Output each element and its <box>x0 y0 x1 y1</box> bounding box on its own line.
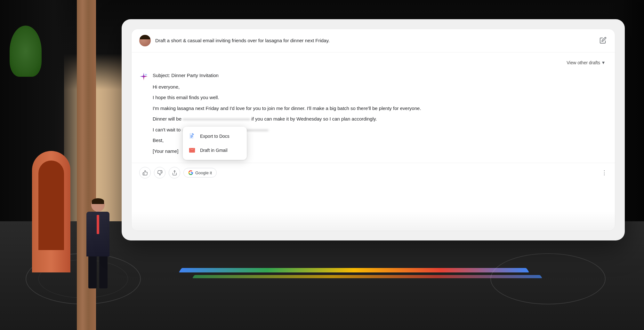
gemini-icon <box>139 72 148 81</box>
screen-shadow <box>132 211 615 231</box>
export-to-docs-label: Export to Docs <box>200 134 229 139</box>
left-leg <box>88 256 97 288</box>
person-hair <box>92 198 104 204</box>
export-to-docs-item[interactable]: Export to Docs <box>183 129 247 143</box>
presenter-person <box>86 198 109 288</box>
jacket-detail <box>97 215 99 234</box>
right-leg <box>99 256 108 288</box>
draft-in-gmail-label: Draft in Gmail <box>200 148 228 153</box>
thumbs-down-button[interactable] <box>154 167 165 178</box>
docs-icon <box>189 133 196 140</box>
edit-icon[interactable] <box>600 37 607 44</box>
left-tree <box>10 26 42 77</box>
more-options-button[interactable]: ⋮ <box>601 169 607 176</box>
hope-line: I hope this email finds you well. <box>153 93 607 102</box>
google-it-button[interactable]: Google it <box>183 168 217 177</box>
main-content: I'm making lasagna next Friday and I'd l… <box>153 104 607 113</box>
action-buttons-row: Google it ⋮ <box>132 163 615 184</box>
view-drafts-label: View other drafts <box>567 60 600 65</box>
person-legs <box>86 256 109 288</box>
left-arch-inner <box>38 161 64 250</box>
left-arch <box>32 151 70 272</box>
user-query-text: Draft a short & casual email inviting fr… <box>155 37 596 44</box>
greeting: Hi everyone, <box>153 83 607 91</box>
dinner-line: Dinner will be —————————————— if you can… <box>153 115 607 123</box>
person-body <box>86 212 109 256</box>
chevron-down-icon: ▾ <box>602 59 605 66</box>
google-it-label: Google it <box>195 170 212 175</box>
user-avatar <box>139 35 151 46</box>
user-query-row: Draft a short & casual email inviting fr… <box>132 29 615 52</box>
gmail-icon <box>189 147 196 154</box>
blurred-text-1: —————————————— <box>183 116 250 122</box>
email-subject: Subject: Dinner Party Invitation <box>153 71 607 80</box>
dropdown-menu: Export to Docs Draft in Gmail <box>183 127 247 160</box>
share-button[interactable] <box>169 167 180 178</box>
main-screen: Draft a short & casual email inviting fr… <box>122 19 625 240</box>
thumbs-up-button[interactable] <box>139 167 151 178</box>
chat-card: Draft a short & casual email inviting fr… <box>131 29 615 231</box>
person-head <box>91 198 105 212</box>
avatar-hair <box>140 35 150 39</box>
view-drafts-row: View other drafts ▾ <box>139 58 607 67</box>
view-other-drafts-button[interactable]: View other drafts ▾ <box>564 58 607 67</box>
draft-in-gmail-item[interactable]: Draft in Gmail <box>183 143 247 157</box>
